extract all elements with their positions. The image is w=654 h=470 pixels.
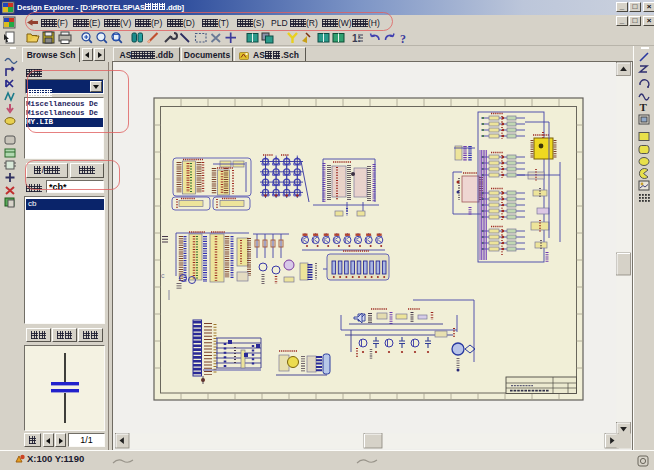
svg-text:T: T [640, 101, 648, 113]
svg-text:c: c [161, 272, 165, 279]
svg-text:?: ? [400, 32, 406, 46]
